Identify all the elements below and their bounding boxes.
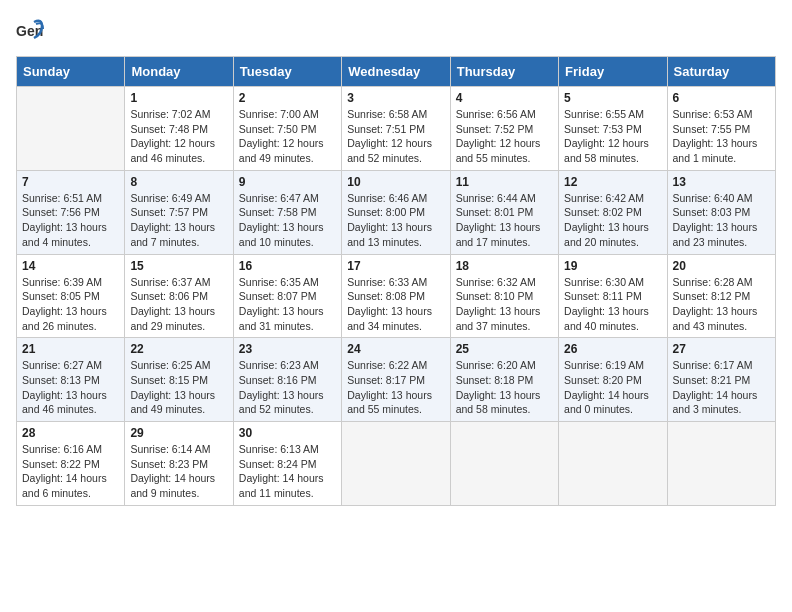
cell-text: Sunrise: 6:23 AM — [239, 358, 336, 373]
cell-text: and 43 minutes. — [673, 319, 770, 334]
day-number: 30 — [239, 426, 336, 440]
cell-text: Sunrise: 6:53 AM — [673, 107, 770, 122]
cell-text: and 55 minutes. — [347, 402, 444, 417]
cell-text: Daylight: 13 hours — [456, 220, 553, 235]
cell-text: and 7 minutes. — [130, 235, 227, 250]
cell-text: and 10 minutes. — [239, 235, 336, 250]
cell-text: Sunrise: 7:02 AM — [130, 107, 227, 122]
cell-text: and 34 minutes. — [347, 319, 444, 334]
cell-text: and 46 minutes. — [130, 151, 227, 166]
cell-text: and 23 minutes. — [673, 235, 770, 250]
day-number: 1 — [130, 91, 227, 105]
cell-text: Daylight: 14 hours — [239, 471, 336, 486]
day-header-monday: Monday — [125, 57, 233, 87]
calendar-cell: 13Sunrise: 6:40 AMSunset: 8:03 PMDayligh… — [667, 170, 775, 254]
day-number: 11 — [456, 175, 553, 189]
calendar-cell: 30Sunrise: 6:13 AMSunset: 8:24 PMDayligh… — [233, 422, 341, 506]
cell-text: Daylight: 13 hours — [239, 220, 336, 235]
cell-text: Sunset: 8:01 PM — [456, 205, 553, 220]
cell-text: Sunset: 8:12 PM — [673, 289, 770, 304]
calendar-cell: 3Sunrise: 6:58 AMSunset: 7:51 PMDaylight… — [342, 87, 450, 171]
cell-text: Daylight: 13 hours — [22, 304, 119, 319]
day-number: 25 — [456, 342, 553, 356]
calendar-cell: 12Sunrise: 6:42 AMSunset: 8:02 PMDayligh… — [559, 170, 667, 254]
cell-text: Sunrise: 6:33 AM — [347, 275, 444, 290]
calendar-cell: 5Sunrise: 6:55 AMSunset: 7:53 PMDaylight… — [559, 87, 667, 171]
cell-text: Sunset: 8:13 PM — [22, 373, 119, 388]
cell-text: Sunset: 8:06 PM — [130, 289, 227, 304]
day-number: 24 — [347, 342, 444, 356]
day-header-thursday: Thursday — [450, 57, 558, 87]
cell-text: Sunrise: 6:14 AM — [130, 442, 227, 457]
cell-text: Sunrise: 6:17 AM — [673, 358, 770, 373]
day-header-sunday: Sunday — [17, 57, 125, 87]
day-number: 22 — [130, 342, 227, 356]
calendar-cell: 21Sunrise: 6:27 AMSunset: 8:13 PMDayligh… — [17, 338, 125, 422]
calendar-cell: 28Sunrise: 6:16 AMSunset: 8:22 PMDayligh… — [17, 422, 125, 506]
cell-text: Sunset: 8:08 PM — [347, 289, 444, 304]
day-number: 14 — [22, 259, 119, 273]
cell-text: Daylight: 13 hours — [347, 304, 444, 319]
calendar-cell: 11Sunrise: 6:44 AMSunset: 8:01 PMDayligh… — [450, 170, 558, 254]
day-number: 16 — [239, 259, 336, 273]
cell-text: Sunset: 8:07 PM — [239, 289, 336, 304]
day-header-friday: Friday — [559, 57, 667, 87]
day-number: 9 — [239, 175, 336, 189]
calendar-table: SundayMondayTuesdayWednesdayThursdayFrid… — [16, 56, 776, 506]
calendar-cell: 9Sunrise: 6:47 AMSunset: 7:58 PMDaylight… — [233, 170, 341, 254]
cell-text: and 20 minutes. — [564, 235, 661, 250]
cell-text: Sunrise: 6:49 AM — [130, 191, 227, 206]
cell-text: Sunrise: 6:16 AM — [22, 442, 119, 457]
cell-text: Sunrise: 6:55 AM — [564, 107, 661, 122]
cell-text: Sunrise: 6:39 AM — [22, 275, 119, 290]
cell-text: and 1 minute. — [673, 151, 770, 166]
day-number: 29 — [130, 426, 227, 440]
cell-text: Sunrise: 6:51 AM — [22, 191, 119, 206]
cell-text: and 31 minutes. — [239, 319, 336, 334]
cell-text: Sunrise: 7:00 AM — [239, 107, 336, 122]
day-number: 27 — [673, 342, 770, 356]
cell-text: Sunset: 8:24 PM — [239, 457, 336, 472]
calendar-cell: 20Sunrise: 6:28 AMSunset: 8:12 PMDayligh… — [667, 254, 775, 338]
cell-text: Daylight: 14 hours — [130, 471, 227, 486]
day-header-tuesday: Tuesday — [233, 57, 341, 87]
cell-text: Daylight: 12 hours — [456, 136, 553, 151]
cell-text: Daylight: 13 hours — [347, 220, 444, 235]
cell-text: Sunset: 7:58 PM — [239, 205, 336, 220]
cell-text: and 52 minutes. — [347, 151, 444, 166]
day-number: 2 — [239, 91, 336, 105]
cell-text: Sunrise: 6:56 AM — [456, 107, 553, 122]
cell-text: Daylight: 13 hours — [673, 136, 770, 151]
cell-text: Sunset: 8:02 PM — [564, 205, 661, 220]
day-number: 19 — [564, 259, 661, 273]
cell-text: Sunset: 7:57 PM — [130, 205, 227, 220]
calendar-cell: 23Sunrise: 6:23 AMSunset: 8:16 PMDayligh… — [233, 338, 341, 422]
cell-text: Sunrise: 6:58 AM — [347, 107, 444, 122]
cell-text: Daylight: 12 hours — [347, 136, 444, 151]
cell-text: Daylight: 13 hours — [673, 220, 770, 235]
cell-text: Daylight: 13 hours — [673, 304, 770, 319]
cell-text: Sunrise: 6:44 AM — [456, 191, 553, 206]
cell-text: Sunset: 8:03 PM — [673, 205, 770, 220]
calendar-cell: 16Sunrise: 6:35 AMSunset: 8:07 PMDayligh… — [233, 254, 341, 338]
cell-text: Sunrise: 6:37 AM — [130, 275, 227, 290]
cell-text: and 58 minutes. — [456, 402, 553, 417]
calendar-cell — [17, 87, 125, 171]
logo: Gen — [16, 16, 46, 44]
cell-text: Sunset: 8:23 PM — [130, 457, 227, 472]
calendar-cell: 19Sunrise: 6:30 AMSunset: 8:11 PMDayligh… — [559, 254, 667, 338]
cell-text: and 0 minutes. — [564, 402, 661, 417]
day-number: 4 — [456, 91, 553, 105]
cell-text: and 55 minutes. — [456, 151, 553, 166]
cell-text: Daylight: 13 hours — [130, 220, 227, 235]
day-number: 18 — [456, 259, 553, 273]
cell-text: Daylight: 13 hours — [456, 304, 553, 319]
calendar-cell: 24Sunrise: 6:22 AMSunset: 8:17 PMDayligh… — [342, 338, 450, 422]
calendar-cell: 15Sunrise: 6:37 AMSunset: 8:06 PMDayligh… — [125, 254, 233, 338]
calendar-cell: 7Sunrise: 6:51 AMSunset: 7:56 PMDaylight… — [17, 170, 125, 254]
cell-text: Sunset: 8:10 PM — [456, 289, 553, 304]
cell-text: Sunrise: 6:46 AM — [347, 191, 444, 206]
day-header-wednesday: Wednesday — [342, 57, 450, 87]
day-number: 8 — [130, 175, 227, 189]
cell-text: Sunset: 7:52 PM — [456, 122, 553, 137]
